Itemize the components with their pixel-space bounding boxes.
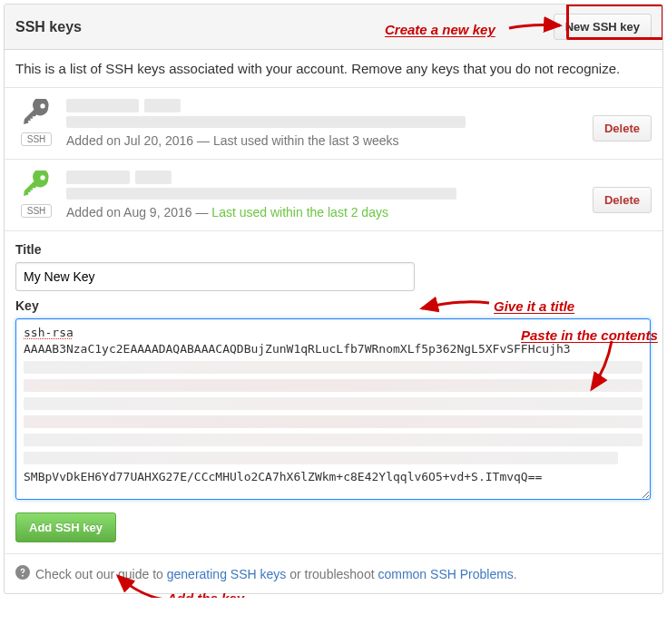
key-added-date: Added on Jul 20, 2016 xyxy=(66,133,193,148)
delete-key-button[interactable]: Delete xyxy=(593,187,652,213)
generating-keys-link[interactable]: generating SSH keys xyxy=(167,567,287,581)
ssh-key-row: SSH Added on Jul 20, 2016 — Last used wi… xyxy=(5,88,662,160)
description-text: This is a list of SSH keys associated wi… xyxy=(5,50,662,88)
footer-text: Check out our guide to generating SSH ke… xyxy=(35,567,517,581)
key-label: Key xyxy=(15,298,652,313)
delete-key-button[interactable]: Delete xyxy=(593,115,652,141)
key-added-date: Added on Aug 9, 2016 xyxy=(66,205,192,220)
common-problems-link[interactable]: common SSH Problems xyxy=(378,567,513,581)
title-label: Title xyxy=(15,242,652,257)
ssh-badge: SSH xyxy=(21,204,53,218)
add-ssh-key-button[interactable]: Add SSH key xyxy=(15,512,116,542)
key-content-line: AAAAB3NzaC1yc2EAAAADAQABAAACAQDBujZunW1q… xyxy=(24,342,571,356)
key-last-used: Last used within the last 3 weeks xyxy=(213,133,399,148)
key-icon xyxy=(15,171,57,199)
ssh-key-row: SSH Added on Aug 9, 2016 — Last used wit… xyxy=(5,160,662,231)
key-icon xyxy=(15,99,57,127)
ssh-badge: SSH xyxy=(21,132,53,146)
key-content-line: SMBpVvDkEH6Yd77UAHXG27E/CCcMHUlo2CA7hX6l… xyxy=(24,470,642,483)
page-title: SSH keys xyxy=(15,19,82,35)
key-content-line: ssh-rsa xyxy=(24,326,74,339)
question-icon xyxy=(15,565,30,582)
key-last-used: Last used within the last 2 days xyxy=(211,205,388,220)
title-input[interactable] xyxy=(15,262,415,291)
key-textarea[interactable]: ssh-rsa AAAAB3NzaC1yc2EAAAADAQABAAACAQDB… xyxy=(15,318,651,500)
new-ssh-key-button[interactable]: New SSH key xyxy=(554,14,652,40)
